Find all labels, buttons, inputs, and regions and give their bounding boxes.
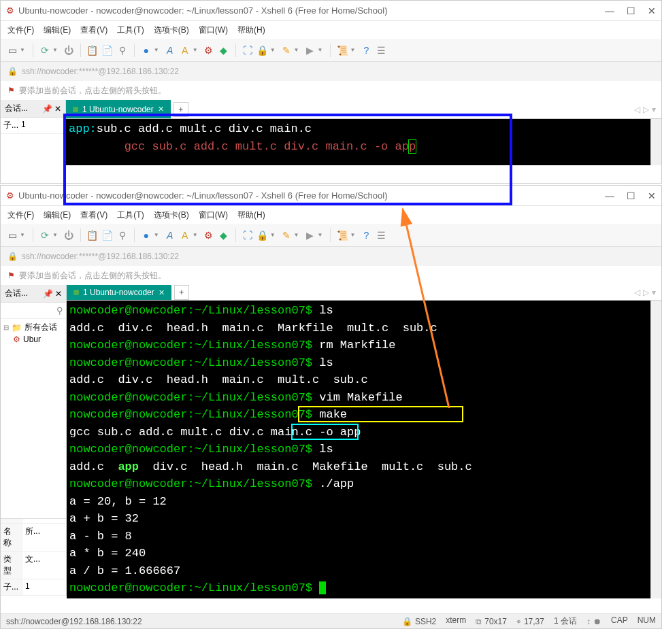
tree-file-label: Ubur (23, 335, 41, 344)
menu-edit-2[interactable]: 编辑(E) (44, 209, 71, 221)
menu-tools-2[interactable]: 工具(T) (117, 209, 144, 221)
window-title-1: Ubuntu-nowcoder - nowcoder@nowcoder: ~/L… (18, 5, 388, 16)
scrollbar-2[interactable] (650, 301, 661, 598)
settings-icon-2[interactable]: ☰ (375, 229, 387, 241)
exec-icon-2[interactable]: ▶ (304, 229, 316, 241)
tab-prev-icon-2[interactable]: ◁ (634, 288, 640, 297)
tab-status-dot-2 (73, 290, 79, 295)
menu-view[interactable]: 查看(V) (80, 24, 107, 36)
sessions-sidebar: 会话... 📌 ✕ ⚲ 📁 所有会话 ⚙ Ubur 名称所... 类型文... … (1, 285, 67, 596)
exec-icon[interactable]: ▶ (304, 44, 316, 56)
tab-next-icon-2[interactable]: ▷ (643, 288, 649, 297)
copy-icon-2[interactable]: 📋 (86, 229, 99, 241)
globe-icon[interactable]: ● (140, 44, 152, 56)
script-icon[interactable]: 📜 (336, 44, 348, 56)
minimize-button-1[interactable]: — (605, 5, 614, 16)
toolbar-2: ▭▼ ⟳▼ ⏻ 📋 📄 ⚲ ●▼ A A▼ ⚙ ◆ ⛶ 🔒▼ ✎▼ ▶▼ 📜▼ … (1, 224, 661, 247)
help-icon[interactable]: ? (360, 44, 372, 56)
highlight-icon-2[interactable]: ✎ (280, 229, 293, 241)
menu-file[interactable]: 文件(F) (7, 24, 34, 36)
color-icon-2[interactable]: A (179, 229, 191, 241)
terminal-1[interactable]: app:sub.c add.c mult.c div.c main.c gcc … (66, 119, 650, 165)
tab-ubuntu-2[interactable]: 1 Ubuntu-nowcoder ✕ (67, 285, 171, 300)
tab-menu-icon[interactable]: ▾ (652, 105, 656, 114)
tab-close-icon[interactable]: ✕ (158, 105, 164, 114)
tree-folder[interactable]: 📁 所有会话 (3, 322, 63, 333)
close-button-2[interactable]: ✕ (648, 190, 656, 201)
close-button-1[interactable]: ✕ (648, 5, 656, 16)
pin-icon-2[interactable]: 📌 ✕ (43, 289, 62, 299)
menu-view-2[interactable]: 查看(V) (80, 209, 107, 221)
help-icon-2[interactable]: ? (360, 229, 372, 241)
new-session-icon-2[interactable]: ▭ (6, 229, 18, 241)
font-icon-2[interactable]: A (164, 229, 176, 241)
menu-window[interactable]: 窗口(W) (199, 24, 228, 36)
app-icon: ⚙ (6, 5, 14, 16)
highlight-icon[interactable]: ✎ (280, 44, 293, 56)
xftp-icon[interactable]: ◆ (218, 44, 230, 56)
menu-help-2[interactable]: 帮助(H) (237, 209, 265, 221)
tab-label-1: 1 Ubuntu-nowcoder (82, 105, 154, 114)
globe-icon-2[interactable]: ● (140, 229, 152, 241)
minimize-button-2[interactable]: — (605, 190, 614, 201)
find-icon-2[interactable]: ⚲ (116, 229, 129, 241)
menu-window-2[interactable]: 窗口(W) (199, 209, 228, 221)
menubar-2: 文件(F) 编辑(E) 查看(V) 工具(T) 选项卡(B) 窗口(W) 帮助(… (1, 206, 661, 224)
tab-menu-icon-2[interactable]: ▾ (652, 288, 656, 297)
tab-prev-icon[interactable]: ◁ (634, 105, 640, 114)
paste-icon[interactable]: 📄 (101, 44, 114, 56)
menubar-1: 文件(F) 编辑(E) 查看(V) 工具(T) 选项卡(B) 窗口(W) 帮助(… (1, 21, 661, 39)
app-icon-2: ⚙ (6, 190, 14, 201)
lock-icon-2[interactable]: 🔒 (256, 229, 269, 241)
scrollbar-1[interactable] (650, 119, 661, 165)
addressbar-2[interactable]: 🔒 ssh://nowcoder:******@192.168.186.130:… (1, 247, 661, 266)
menu-tools[interactable]: 工具(T) (117, 24, 144, 36)
fullscreen-icon[interactable]: ⛶ (242, 44, 254, 56)
addressbar-1[interactable]: 🔒 ssh://nowcoder:******@192.168.186.130:… (1, 62, 661, 81)
paste-icon-2[interactable]: 📄 (101, 229, 114, 241)
disconnect-icon[interactable]: ⏻ (63, 44, 75, 56)
hint-text-2: 要添加当前会话，点击左侧的箭头按钮。 (19, 270, 166, 282)
lock-icon[interactable]: 🔒 (256, 44, 269, 56)
copy-icon[interactable]: 📋 (86, 44, 99, 56)
tab-close-icon-2[interactable]: ✕ (159, 288, 165, 297)
font-icon[interactable]: A (164, 44, 176, 56)
reconnect-icon-2[interactable]: ⟳ (39, 229, 51, 241)
tab-add-button-2[interactable]: + (174, 285, 189, 300)
tree-session-item[interactable]: ⚙ Ubur (13, 335, 63, 344)
disconnect-icon-2[interactable]: ⏻ (63, 229, 75, 241)
address-text-2: ssh://nowcoder:******@192.168.186.130:22 (22, 252, 179, 261)
xftp-icon-2[interactable]: ◆ (218, 229, 230, 241)
reconnect-icon[interactable]: ⟳ (39, 44, 51, 56)
window-title-2: Ubuntu-nowcoder - nowcoder@nowcoder: ~/L… (18, 190, 388, 201)
pin-icon[interactable]: 📌 ✕ (42, 104, 61, 114)
menu-tabs-2[interactable]: 选项卡(B) (154, 209, 189, 221)
maximize-button-2[interactable]: ☐ (627, 190, 635, 201)
session-search[interactable]: ⚲ (1, 303, 66, 319)
tab-add-button[interactable]: + (173, 102, 188, 117)
find-icon[interactable]: ⚲ (116, 44, 129, 56)
lock-small-icon: 🔒 (7, 67, 18, 76)
xshell-icon-2[interactable]: ⚙ (203, 229, 215, 241)
script-icon-2[interactable]: 📜 (336, 229, 348, 241)
toolbar-1: ▭▼ ⟳▼ ⏻ 📋 📄 ⚲ ●▼ A A▼ ⚙ ◆ ⛶ 🔒▼ ✎▼ ▶▼ 📜▼ … (1, 39, 661, 62)
settings-icon[interactable]: ☰ (375, 44, 387, 56)
color-icon[interactable]: A (179, 44, 191, 56)
lock-small-icon-2: 🔒 (7, 252, 18, 261)
maximize-button-1[interactable]: ☐ (627, 5, 635, 16)
tab-strip-1: 1 Ubuntu-nowcoder ✕ + ◁ ▷ ▾ (66, 100, 661, 119)
tab-next-icon[interactable]: ▷ (643, 105, 649, 114)
new-session-icon[interactable]: ▭ (6, 44, 18, 56)
menu-tabs[interactable]: 选项卡(B) (154, 24, 189, 36)
menu-file-2[interactable]: 文件(F) (7, 209, 34, 221)
terminal-2[interactable]: nowcoder@nowcoder:~/Linux/lesson07$ ls a… (67, 301, 650, 598)
fullscreen-icon-2[interactable]: ⛶ (242, 229, 254, 241)
flag-icon-2: ⚑ (7, 271, 15, 280)
xshell-icon[interactable]: ⚙ (203, 44, 215, 56)
statusbar: ssh://nowcoder@192.168.186.130:22 🔒SSH2 … (1, 613, 661, 628)
sidebar-row-value: 1 (18, 118, 65, 133)
menu-edit[interactable]: 编辑(E) (44, 24, 71, 36)
tab-ubuntu-1[interactable]: 1 Ubuntu-nowcoder ✕ (66, 100, 171, 118)
address-text: ssh://nowcoder:******@192.168.186.130:22 (22, 67, 179, 76)
menu-help[interactable]: 帮助(H) (237, 24, 265, 36)
